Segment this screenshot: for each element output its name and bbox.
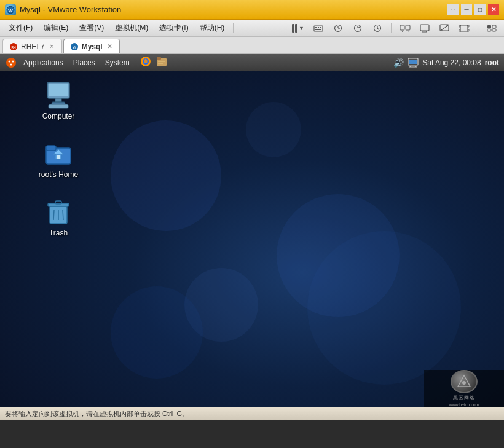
snapshot2-button[interactable]: [349, 22, 366, 35]
pause-button[interactable]: ▼: [290, 22, 307, 35]
pause-dropdown-icon: ▼: [297, 24, 306, 33]
gnome-topbar: Applications Places System: [0, 54, 504, 71]
svg-rect-28: [492, 25, 496, 28]
svg-rect-2: [314, 26, 323, 31]
bokeh-circle-1: [111, 120, 221, 231]
snapshot-camera-icon: [372, 24, 382, 33]
menu-help[interactable]: 帮助(H): [195, 22, 230, 34]
firefox-icon: [140, 55, 152, 68]
tab-mysql-close[interactable]: ✕: [106, 43, 113, 50]
svg-rect-57: [46, 146, 56, 151]
bokeh-circle-3: [277, 194, 400, 317]
home-icon-svg: [44, 138, 73, 168]
tab-mysql[interactable]: MY Mysql ✕: [63, 39, 120, 53]
desktop-icon-trash[interactable]: Trash: [34, 194, 83, 240]
gnome-apps-icon: [5, 57, 17, 69]
svg-rect-5: [320, 27, 321, 28]
bokeh-circle-5: [246, 102, 301, 157]
menu-view[interactable]: 查看(V): [74, 22, 109, 34]
tabsbar: RH RHEL7 ✕ MY Mysql ✕: [0, 37, 504, 54]
close-button[interactable]: ✕: [488, 4, 499, 15]
gnome-topbar-right: 🔊 Sat Aug 22, 00:08 root: [393, 58, 499, 68]
watermark-logo: [451, 370, 478, 393]
svg-line-66: [63, 210, 63, 220]
svg-line-18: [402, 31, 403, 32]
monitor-button[interactable]: [416, 22, 433, 35]
watermark-text-bottom: www.heiqu.com: [449, 403, 479, 407]
svg-rect-52: [49, 84, 68, 96]
gnome-places[interactable]: Places: [68, 54, 100, 71]
dual-monitor-icon: [400, 24, 411, 33]
desktop-icon-home[interactable]: root's Home: [34, 136, 83, 181]
svg-rect-3: [315, 27, 317, 28]
gnome-applications[interactable]: Applications: [18, 54, 68, 71]
vm-desktop[interactable]: Computer root's Home: [0, 71, 504, 407]
resize-button[interactable]: ↔: [447, 4, 459, 15]
watermark-text-top: 黑区网络: [453, 395, 475, 401]
svg-point-67: [462, 381, 466, 385]
svg-line-25: [441, 25, 448, 31]
file-manager-icon: [156, 55, 168, 68]
svg-text:RH: RH: [11, 45, 16, 49]
menubar: 文件(F) 编辑(E) 查看(V) 虚拟机(M) 选项卡(I) 帮助(H) ▼: [0, 20, 504, 37]
titlebar: W Mysql - VMware Workstation ↔ ─ □ ✕: [0, 0, 504, 20]
minimize-button[interactable]: ─: [461, 4, 472, 15]
files-launcher[interactable]: [156, 55, 168, 70]
gnome-system[interactable]: System: [100, 54, 135, 71]
unity-button[interactable]: [483, 22, 500, 35]
menu-vm[interactable]: 虚拟机(M): [110, 22, 153, 34]
vm-content-area: Applications Places System: [0, 54, 504, 424]
svg-rect-46: [409, 60, 417, 64]
window-title: Mysql - VMware Workstation: [20, 5, 121, 14]
rhel7-tab-icon: RH: [9, 42, 18, 51]
watermark-icon: [455, 373, 473, 390]
tab-rhel7-close[interactable]: ✕: [48, 43, 55, 50]
speaker-icon[interactable]: 🔊: [393, 58, 404, 68]
bokeh-circle-4: [111, 286, 203, 379]
menu-file[interactable]: 文件(F): [4, 22, 37, 34]
svg-text:W: W: [8, 8, 13, 14]
dual-screen-button[interactable]: [396, 22, 414, 35]
bokeh-circle-2: [184, 268, 258, 342]
svg-point-38: [10, 64, 12, 66]
tab-rhel7[interactable]: RH RHEL7 ✕: [2, 39, 62, 53]
snapshot3-button[interactable]: [369, 22, 386, 35]
svg-rect-44: [158, 63, 163, 64]
display-icon[interactable]: [408, 58, 419, 68]
trash-label: Trash: [49, 229, 68, 237]
unity-icon: [486, 24, 497, 33]
svg-rect-54: [52, 102, 65, 104]
svg-rect-42: [157, 57, 161, 60]
titlebar-left: W Mysql - VMware Workstation: [5, 4, 121, 15]
desktop-icon-computer[interactable]: Computer: [34, 77, 83, 123]
snapshot-button[interactable]: [329, 22, 347, 35]
svg-line-64: [53, 210, 54, 220]
clock2-icon: [353, 24, 363, 33]
svg-point-36: [9, 61, 10, 63]
svg-point-37: [12, 61, 14, 63]
send-ctrl-alt-del-button[interactable]: [310, 22, 327, 35]
pause-icon: [292, 24, 297, 33]
firefox-launcher[interactable]: [140, 55, 152, 70]
fullscreen-button[interactable]: [455, 22, 473, 35]
fullscreen-icon: [459, 24, 470, 33]
menu-edit[interactable]: 编辑(E): [39, 22, 73, 34]
svg-rect-63: [55, 201, 61, 204]
user-display[interactable]: root: [485, 58, 499, 67]
svg-rect-20: [420, 25, 429, 31]
datetime-display[interactable]: Sat Aug 22, 00:08: [422, 58, 481, 67]
bokeh-circle-6: [307, 231, 461, 385]
toolbar-separator2: [478, 23, 478, 33]
svg-rect-55: [49, 104, 68, 108]
computer-icon-svg: [44, 80, 73, 109]
resize-vm-button[interactable]: [436, 22, 453, 35]
clock-icon: [333, 24, 343, 33]
svg-rect-26: [460, 25, 468, 31]
statusbar-text: 要将输入定向到该虚拟机，请在虚拟机内部单击或按 Ctrl+G。: [5, 409, 189, 419]
trash-icon-svg: [44, 197, 73, 226]
menu-tab[interactable]: 选项卡(I): [154, 22, 193, 34]
maximize-button[interactable]: □: [474, 4, 486, 15]
titlebar-controls: ↔ ─ □ ✕: [447, 4, 499, 15]
svg-rect-17: [406, 25, 410, 30]
svg-line-19: [408, 31, 408, 32]
